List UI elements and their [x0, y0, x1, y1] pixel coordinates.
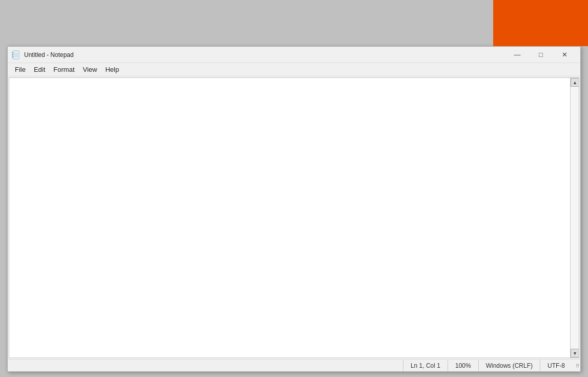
menu-edit[interactable]: Edit — [30, 65, 49, 74]
title-bar: Untitled - Notepad — □ ✕ — [8, 47, 580, 63]
menu-bar: File Edit Format View Help — [8, 63, 580, 76]
minimize-button[interactable]: — — [505, 47, 529, 63]
status-bar: Ln 1, Col 1 100% Windows (CRLF) UTF-8 ⠿ — [8, 359, 580, 371]
maximize-button[interactable]: □ — [529, 47, 553, 63]
editor-container: ▲ ▼ — [9, 77, 579, 358]
window-controls: — □ ✕ — [505, 47, 576, 63]
resize-icon: ⠿ — [576, 363, 579, 369]
svg-rect-2 — [12, 54, 14, 55]
menu-view[interactable]: View — [79, 65, 102, 74]
menu-format[interactable]: Format — [49, 65, 78, 74]
window-title: Untitled - Notepad — [24, 51, 505, 58]
svg-rect-3 — [12, 56, 14, 57]
menu-file[interactable]: File — [11, 65, 30, 74]
vertical-scrollbar[interactable]: ▲ ▼ — [570, 78, 579, 358]
menu-help[interactable]: Help — [101, 65, 123, 74]
notepad-icon — [12, 50, 21, 59]
close-button[interactable]: ✕ — [553, 47, 576, 63]
orange-block — [493, 0, 588, 46]
scroll-up-button[interactable]: ▲ — [571, 78, 579, 87]
resize-handle[interactable]: ⠿ — [572, 362, 580, 370]
status-encoding: UTF-8 — [540, 360, 572, 371]
status-position: Ln 1, Col 1 — [403, 360, 448, 371]
scroll-down-button[interactable]: ▼ — [571, 349, 579, 358]
status-zoom: 100% — [448, 360, 478, 371]
editor-textarea[interactable] — [9, 78, 570, 358]
scroll-track[interactable] — [571, 87, 579, 349]
status-line-ending: Windows (CRLF) — [478, 360, 540, 371]
notepad-window: Untitled - Notepad — □ ✕ File Edit Forma… — [7, 46, 581, 372]
svg-rect-1 — [12, 52, 14, 53]
